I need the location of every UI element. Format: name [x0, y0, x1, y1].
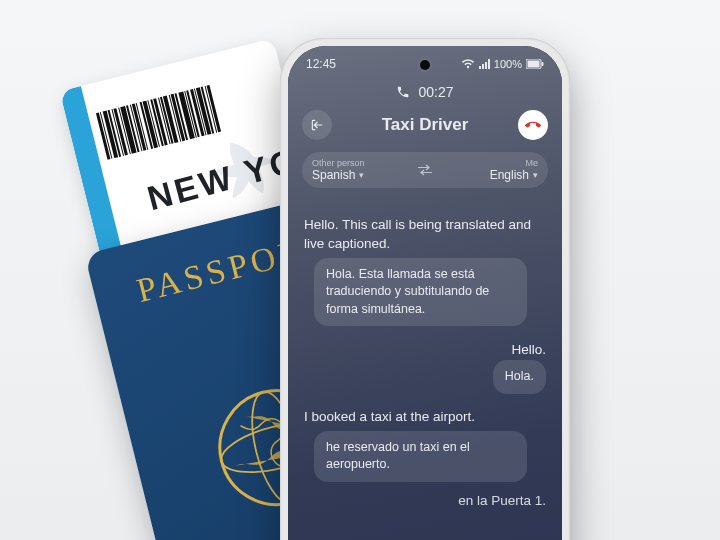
- back-button[interactable]: [302, 110, 332, 140]
- contact-name: Taxi Driver: [332, 115, 518, 135]
- battery-percentage: 100%: [494, 58, 522, 70]
- hangup-icon: [525, 117, 541, 133]
- swap-languages-button[interactable]: [413, 158, 437, 182]
- status-time: 12:45: [306, 57, 336, 71]
- my-language-selector[interactable]: Me English▾: [443, 158, 538, 182]
- battery-icon: [526, 59, 544, 69]
- other-language-value: Spanish: [312, 168, 355, 182]
- svg-rect-4: [528, 61, 540, 68]
- message-group: Hello. Hola.: [304, 342, 546, 394]
- call-duration: 00:27: [418, 84, 453, 100]
- phone-icon: [396, 85, 410, 99]
- swap-icon: [417, 164, 433, 176]
- exit-icon: [310, 118, 324, 132]
- promo-stage: NEW YORK PASSPORT 12:45 100: [0, 0, 720, 540]
- svg-rect-5: [542, 62, 544, 66]
- my-language-value: English: [490, 168, 529, 182]
- other-person-label: Other person: [312, 158, 407, 168]
- caption-other: Hello. This call is being translated and…: [304, 216, 546, 254]
- front-camera: [420, 60, 430, 70]
- wifi-icon: [461, 59, 475, 69]
- message-group: Hello. This call is being translated and…: [304, 216, 546, 326]
- caption-partial: en la Puerta 1.: [304, 492, 546, 511]
- caption-other: I booked a taxi at the airport.: [304, 408, 546, 427]
- phone-screen: 12:45 100% 00:27: [288, 46, 562, 540]
- translation-bubble: Hola. Esta llamada se está traduciendo y…: [314, 258, 527, 327]
- me-label: Me: [525, 158, 538, 168]
- message-group: I booked a taxi at the airport. he reser…: [304, 408, 546, 482]
- signal-icon: [479, 59, 490, 69]
- caption-me: Hello.: [511, 342, 546, 357]
- translation-bubble: he reservado un taxi en el aeropuerto.: [314, 431, 527, 482]
- chevron-down-icon: ▾: [359, 170, 364, 180]
- hangup-button[interactable]: [518, 110, 548, 140]
- translation-bubble: Hola.: [493, 360, 546, 394]
- call-duration-row: 00:27: [288, 84, 562, 100]
- message-group-partial: en la Puerta 1.: [304, 492, 546, 511]
- chevron-down-icon: ▾: [533, 170, 538, 180]
- other-language-selector[interactable]: Other person Spanish▾: [312, 158, 407, 182]
- language-bar: Other person Spanish▾ Me English▾: [302, 152, 548, 188]
- phone-device: 12:45 100% 00:27: [280, 38, 570, 540]
- conversation: Hello. This call is being translated and…: [288, 188, 562, 511]
